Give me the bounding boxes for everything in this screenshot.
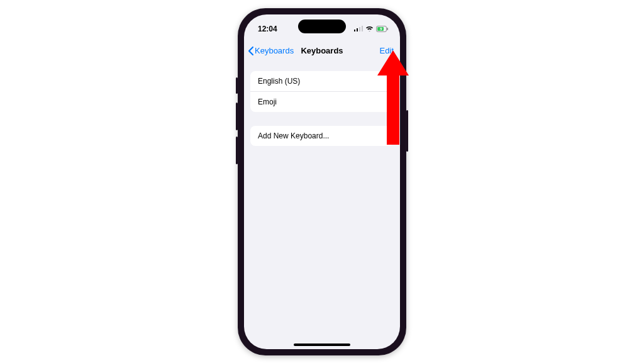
content-area: English (US) Emoji Add New Keyboard... <box>244 62 400 146</box>
keyboard-row-emoji[interactable]: Emoji <box>250 91 394 112</box>
dynamic-island <box>298 20 346 33</box>
back-label: Keyboards <box>255 46 294 55</box>
wifi-icon <box>365 26 374 31</box>
battery-icon <box>376 26 389 32</box>
silence-switch <box>236 77 238 94</box>
edit-button[interactable]: Edit <box>380 46 394 55</box>
home-indicator <box>294 343 350 346</box>
volume-down-button <box>236 137 238 164</box>
power-button <box>406 110 408 152</box>
cellular-icon <box>354 26 363 31</box>
phone-screen: 12:04 <box>244 14 400 349</box>
add-keyboard-row[interactable]: Add New Keyboard... <box>250 126 394 146</box>
volume-up-button <box>236 103 238 130</box>
status-time: 12:04 <box>258 21 277 33</box>
svg-rect-6 <box>387 28 389 30</box>
chevron-left-icon <box>248 46 254 56</box>
back-button[interactable]: Keyboards <box>248 46 294 56</box>
add-keyboard-group: Add New Keyboard... <box>250 126 394 146</box>
nav-bar: Keyboards Keyboards Edit <box>244 40 400 62</box>
svg-rect-2 <box>359 27 360 31</box>
keyboard-row-english[interactable]: English (US) <box>250 71 394 91</box>
phone-frame: 12:04 <box>238 8 406 355</box>
svg-rect-3 <box>362 26 363 31</box>
svg-rect-0 <box>354 30 355 31</box>
keyboard-list-group: English (US) Emoji <box>250 71 394 112</box>
svg-rect-1 <box>357 28 358 31</box>
status-indicators <box>354 22 389 32</box>
